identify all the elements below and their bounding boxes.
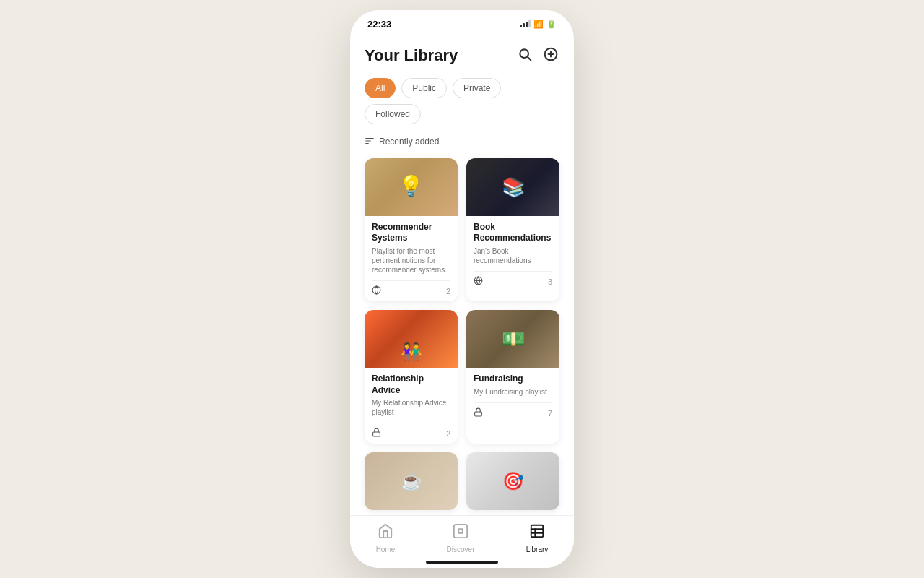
- card-desc: My Fundraising playlist: [474, 387, 552, 397]
- card-book-recommendations[interactable]: Book Recommendations Jan's Book recommen…: [466, 158, 559, 301]
- card-body: Fundraising My Fundraising playlist 7: [466, 368, 559, 423]
- sort-row: Recently added: [365, 136, 559, 148]
- svg-rect-13: [475, 412, 482, 416]
- nav-library[interactable]: Library: [515, 523, 560, 553]
- status-time: 22:33: [367, 19, 391, 30]
- library-icon: [529, 523, 545, 543]
- svg-line-1: [528, 57, 531, 61]
- svg-rect-12: [373, 432, 380, 436]
- add-button[interactable]: [542, 46, 559, 66]
- svg-rect-15: [531, 525, 544, 538]
- card-footer: 3: [474, 271, 552, 288]
- phone-frame: 22:33 📶 🔋 Your Library: [350, 10, 574, 568]
- card-count: 7: [548, 409, 552, 418]
- card-title: Recommender Systems: [372, 222, 450, 244]
- card-partial-2[interactable]: [466, 452, 559, 510]
- status-bar: 22:33 📶 🔋: [350, 10, 574, 34]
- lock-icon: [372, 428, 381, 439]
- filter-tab-private[interactable]: Private: [453, 78, 501, 98]
- card-footer: 2: [372, 280, 450, 297]
- nav-home[interactable]: Home: [365, 523, 407, 553]
- lock-icon: [474, 407, 483, 419]
- card-footer: 7: [474, 402, 552, 419]
- sort-icon: [365, 136, 375, 148]
- signal-icon: [520, 20, 531, 27]
- card-count: 2: [446, 287, 450, 296]
- discover-icon: [453, 523, 468, 543]
- card-image-recommender: [365, 158, 458, 216]
- wifi-icon: 📶: [533, 20, 544, 29]
- sort-label: Recently added: [379, 137, 439, 147]
- search-button[interactable]: [516, 46, 533, 66]
- card-desc: My Relationship Advice playlist: [372, 398, 450, 417]
- header: Your Library: [365, 46, 559, 66]
- card-title: Book Recommendations: [474, 222, 552, 244]
- filter-tabs: All Public Private Followed: [365, 78, 559, 124]
- card-image-partial2: [466, 452, 559, 510]
- card-desc: Playlist for the most pertinent notions …: [372, 246, 450, 275]
- filter-tab-followed[interactable]: Followed: [365, 104, 421, 124]
- home-icon: [378, 523, 393, 543]
- battery-icon: 🔋: [546, 20, 557, 29]
- public-icon: [474, 276, 483, 288]
- card-image-partial1: [365, 452, 458, 510]
- card-title: Fundraising: [474, 374, 552, 385]
- cards-grid: Recommender Systems Playlist for the mos…: [365, 158, 559, 510]
- card-image-book: [466, 158, 559, 216]
- status-icons: 📶 🔋: [520, 20, 557, 29]
- card-count: 3: [548, 277, 552, 286]
- public-icon: [372, 285, 381, 297]
- home-indicator: [426, 561, 498, 564]
- card-body: Book Recommendations Jan's Book recommen…: [466, 216, 559, 292]
- card-image-fundraising: [466, 310, 559, 368]
- nav-library-label: Library: [526, 545, 549, 553]
- card-fundraising[interactable]: Fundraising My Fundraising playlist 7: [466, 310, 559, 444]
- content-area: Your Library All: [350, 34, 574, 568]
- card-image-relationship: [365, 310, 458, 368]
- nav-discover-label: Discover: [447, 545, 475, 553]
- card-partial-1[interactable]: [365, 452, 458, 510]
- header-actions: [516, 46, 559, 66]
- filter-tab-public[interactable]: Public: [401, 78, 447, 98]
- card-body: Recommender Systems Playlist for the mos…: [365, 216, 458, 301]
- card-footer: 2: [372, 423, 450, 439]
- card-desc: Jan's Book recommendations: [474, 246, 552, 265]
- card-recommender-systems[interactable]: Recommender Systems Playlist for the mos…: [365, 158, 458, 301]
- nav-discover[interactable]: Discover: [435, 523, 487, 553]
- card-body: Relationship Advice My Relationship Advi…: [365, 368, 458, 444]
- filter-tab-all[interactable]: All: [365, 78, 396, 98]
- card-title: Relationship Advice: [372, 374, 450, 396]
- svg-rect-14: [454, 525, 467, 538]
- card-count: 2: [446, 429, 450, 438]
- card-relationship-advice[interactable]: Relationship Advice My Relationship Advi…: [365, 310, 458, 444]
- nav-home-label: Home: [376, 545, 396, 553]
- page-title: Your Library: [365, 46, 458, 65]
